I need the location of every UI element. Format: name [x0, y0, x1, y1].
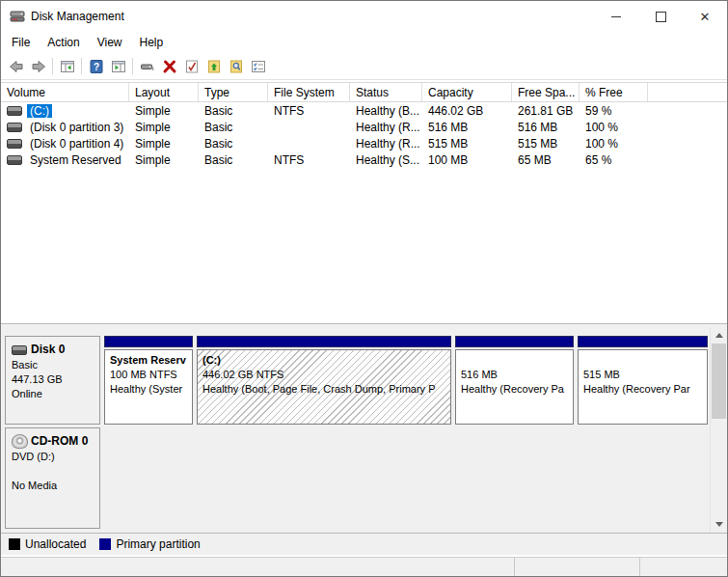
partition-label: 516 MB — [461, 368, 573, 382]
column-header-free-space[interactable]: Free Spa... — [512, 83, 580, 101]
vertical-scrollbar[interactable] — [710, 327, 727, 533]
partition-body: System Reserv100 MB NTFSHealthy (Syster — [104, 349, 193, 425]
show-action-pane-button[interactable] — [107, 55, 129, 77]
minimize-button[interactable] — [594, 1, 638, 32]
partition-body: 515 MBHealthy (Recovery Par — [578, 349, 708, 425]
menu-file[interactable]: File — [3, 34, 39, 51]
disk0-size: 447.13 GB — [12, 372, 95, 387]
volume-name: (Disk 0 partition 3) — [27, 121, 126, 134]
maximize-button[interactable] — [638, 1, 683, 32]
legend-label: Primary partition — [116, 537, 200, 551]
disk-management-app-icon[interactable] — [10, 9, 25, 24]
status-segment — [515, 558, 640, 576]
cdrom-name: CD-ROM 0 — [31, 434, 88, 449]
partition-label: Healthy (Syster — [110, 382, 192, 397]
volume-cell-status: Healthy (S... — [350, 153, 422, 167]
disk-icon — [12, 345, 27, 355]
column-header-volume[interactable]: Volume — [1, 83, 129, 101]
menu-action[interactable]: Action — [39, 34, 88, 51]
mark-partition-active-icon — [184, 59, 200, 74]
partition-label: (C:) — [202, 353, 450, 368]
column-header-type[interactable]: Type — [199, 83, 268, 101]
open-button[interactable] — [202, 55, 225, 77]
partition-body: (C:)446.02 GB NTFSHealthy (Boot, Page Fi… — [197, 349, 451, 425]
partition-type-strip — [455, 336, 574, 347]
volume-row[interactable]: (Disk 0 partition 4)SimpleBasicHealthy (… — [1, 135, 727, 151]
volume-cell-layout: Simple — [129, 121, 199, 134]
svg-text:?: ? — [93, 61, 98, 71]
volume-cell-name: (Disk 0 partition 3) — [1, 121, 129, 134]
show-console-tree-button[interactable] — [56, 55, 78, 77]
properties-icon — [251, 59, 266, 74]
volume-cell-pct-free: 65 % — [580, 153, 648, 167]
scrollbar-up-button[interactable] — [711, 327, 727, 343]
menu-view[interactable]: View — [89, 34, 131, 51]
legend-item: Primary partition — [99, 537, 200, 551]
column-header-capacity[interactable]: Capacity — [422, 83, 512, 101]
partition-label: 515 MB — [583, 368, 707, 382]
delete-volume-button[interactable] — [158, 55, 180, 77]
toolbar: ? — [1, 53, 727, 80]
up-arrow-icon — [715, 333, 723, 338]
disk-status-icon — [140, 59, 155, 74]
forward-icon — [31, 59, 46, 74]
volume-cell-type: Basic — [199, 153, 268, 167]
scrollbar-down-button[interactable] — [711, 516, 727, 533]
menu-bar: File Action View Help — [1, 32, 727, 53]
volume-cell-capacity: 100 MB — [422, 153, 512, 167]
partition-block[interactable]: (C:)446.02 GB NTFSHealthy (Boot, Page Fi… — [197, 336, 451, 425]
partition-label: 446.02 GB NTFS — [202, 368, 450, 382]
close-button[interactable]: ✕ — [683, 1, 727, 32]
column-header-file-system[interactable]: File System — [268, 83, 350, 101]
volume-row[interactable]: System ReservedSimpleBasicNTFSHealthy (S… — [1, 151, 727, 168]
help-button[interactable]: ? — [85, 55, 107, 77]
partition-block[interactable]: System Reserv100 MB NTFSHealthy (Syster — [104, 336, 193, 425]
column-header-layout[interactable]: Layout — [129, 83, 199, 101]
toolbar-separator — [81, 58, 82, 74]
menu-help[interactable]: Help — [131, 34, 173, 51]
volume-cell-capacity: 516 MB — [422, 121, 512, 134]
disk0-partitions: System Reserv100 MB NTFSHealthy (Syster(… — [104, 336, 708, 425]
volume-list-body: (C:)SimpleBasicNTFSHealthy (B...446.02 G… — [1, 102, 727, 323]
partition-body: 516 MBHealthy (Recovery Pa — [455, 349, 574, 425]
status-bar — [1, 557, 727, 576]
volume-row[interactable]: (Disk 0 partition 3)SimpleBasicHealthy (… — [1, 119, 727, 135]
volume-cell-status: Healthy (B... — [350, 104, 422, 118]
cdrom-info-panel[interactable]: CD-ROM 0 DVD (D:) No Media — [5, 427, 100, 529]
explore-icon — [229, 59, 244, 74]
volume-cell-name: (Disk 0 partition 4) — [1, 137, 129, 151]
back-button[interactable] — [5, 55, 27, 77]
disk0-status: Online — [12, 387, 95, 401]
volume-cell-capacity: 446.02 GB — [422, 104, 512, 118]
help-icon: ? — [89, 59, 104, 74]
cdrom-status: No Media — [12, 479, 95, 493]
partition-block[interactable]: 515 MBHealthy (Recovery Par — [578, 336, 708, 425]
volume-cell-layout: Simple — [129, 153, 199, 167]
properties-button[interactable] — [247, 55, 269, 77]
window-title: Disk Management — [31, 10, 124, 23]
volume-row[interactable]: (C:)SimpleBasicNTFSHealthy (B...446.02 G… — [1, 102, 727, 119]
column-header-status[interactable]: Status — [350, 83, 422, 101]
partition-label: 100 MB NTFS — [110, 368, 192, 382]
column-header-pct-free[interactable]: % Free — [580, 83, 648, 101]
close-icon: ✕ — [700, 10, 711, 24]
toolbar-separator — [132, 58, 133, 74]
disk-management-window: Disk Management ✕ File Action View Help — [0, 0, 728, 577]
partition-label: Healthy (Recovery Pa — [461, 382, 573, 397]
partition-type-strip — [104, 336, 193, 347]
disk-status-button[interactable] — [136, 55, 158, 77]
mark-partition-active-button[interactable] — [180, 55, 202, 77]
partition-label: System Reserv — [110, 353, 192, 368]
partition-label — [461, 353, 573, 368]
disk0-title: Disk 0 — [12, 343, 95, 357]
partition-block[interactable]: 516 MBHealthy (Recovery Pa — [455, 336, 574, 425]
explore-button[interactable] — [225, 55, 247, 77]
disk0-info-panel[interactable]: Disk 0 Basic 447.13 GB Online — [5, 336, 100, 425]
volume-cell-status: Healthy (R... — [350, 137, 422, 151]
volume-cell-type: Basic — [199, 104, 268, 118]
down-arrow-icon — [715, 522, 723, 527]
volume-name: (Disk 0 partition 4) — [27, 137, 126, 151]
volume-cell-file-system: NTFS — [268, 104, 350, 118]
scrollbar-thumb[interactable] — [712, 343, 726, 419]
forward-button[interactable] — [27, 55, 49, 77]
